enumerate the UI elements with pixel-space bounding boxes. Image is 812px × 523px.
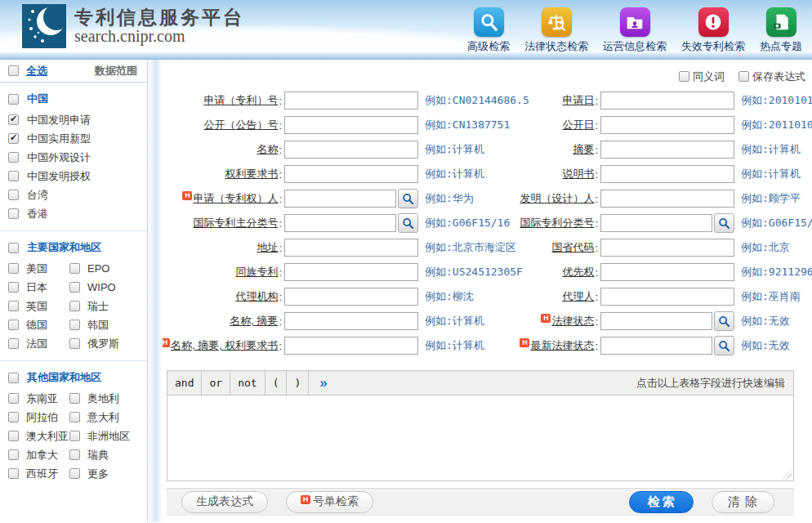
field-input[interactable]: [600, 337, 712, 355]
field-input[interactable]: [284, 214, 396, 232]
option-checkbox[interactable]: [8, 190, 19, 200]
nav-hot-topics[interactable]: 热点专题: [760, 7, 802, 52]
select-all-link[interactable]: 全选: [26, 64, 47, 78]
group-title-row[interactable]: 主要国家和地区: [0, 237, 147, 259]
lookup-search-button[interactable]: [714, 336, 734, 355]
option-checkbox[interactable]: [8, 263, 19, 274]
option-checkbox[interactable]: [8, 449, 19, 460]
data-scope-option[interactable]: 中国发明授权: [0, 167, 147, 186]
field-input[interactable]: [600, 214, 712, 232]
option-checkbox[interactable]: [69, 301, 80, 311]
field-input[interactable]: [600, 239, 734, 257]
field-input[interactable]: [284, 263, 418, 281]
operator-button[interactable]: or: [202, 371, 230, 395]
data-scope-option[interactable]: 瑞士: [69, 297, 147, 315]
option-checkbox[interactable]: [69, 468, 80, 479]
field-label-link[interactable]: 发明（设计）人: [520, 191, 594, 206]
data-scope-option[interactable]: 更多: [69, 464, 147, 483]
field-input[interactable]: [284, 165, 418, 183]
option-checkbox[interactable]: [8, 468, 19, 479]
field-input[interactable]: [284, 92, 418, 110]
field-label-link[interactable]: 代理人: [562, 289, 594, 304]
option-checkbox[interactable]: [8, 133, 19, 144]
option-checkbox[interactable]: [69, 412, 80, 422]
field-label-link[interactable]: 名称, 摘要, 权利要求书: [171, 338, 278, 353]
option-checkbox[interactable]: [69, 431, 80, 441]
field-label-link[interactable]: 说明书: [562, 167, 594, 181]
data-scope-option[interactable]: WIPO: [69, 278, 147, 297]
data-scope-option[interactable]: 意大利: [69, 408, 147, 427]
field-input[interactable]: [284, 116, 418, 134]
field-label-link[interactable]: 同族专利: [235, 265, 278, 279]
option-checkbox[interactable]: [679, 71, 689, 82]
nav-operation-info-search[interactable]: 运营信息检索: [603, 7, 667, 52]
data-scope-option[interactable]: 日本: [8, 278, 69, 297]
group-title-row[interactable]: 中国: [0, 88, 147, 110]
data-scope-option[interactable]: 奥地利: [69, 389, 147, 408]
field-label-link[interactable]: 优先权: [562, 265, 594, 279]
option-checkbox[interactable]: [69, 449, 80, 460]
data-scope-option[interactable]: 德国: [8, 315, 69, 334]
data-scope-option[interactable]: 东南亚: [8, 389, 69, 408]
option-checkbox[interactable]: [8, 412, 19, 422]
clear-button[interactable]: 清 除: [712, 491, 774, 513]
field-label-link[interactable]: 公开日: [562, 118, 594, 132]
form-option[interactable]: 同义词: [679, 69, 725, 83]
data-scope-option[interactable]: 西班牙: [8, 464, 69, 483]
field-label-link[interactable]: 代理机构: [235, 289, 278, 304]
field-input[interactable]: [600, 190, 734, 208]
field-label-link[interactable]: 国际专利分类号: [520, 216, 594, 230]
option-checkbox[interactable]: [8, 431, 19, 441]
field-label-link[interactable]: 法律状态: [551, 314, 594, 329]
data-scope-option[interactable]: 中国实用新型: [0, 129, 147, 148]
field-input[interactable]: [600, 263, 734, 281]
field-label-link[interactable]: 申请（专利）号: [203, 93, 278, 108]
data-scope-option[interactable]: 韩国: [69, 315, 147, 334]
search-button[interactable]: 检索: [629, 491, 694, 513]
field-input[interactable]: [600, 165, 734, 183]
option-checkbox[interactable]: [8, 338, 19, 349]
field-label-link[interactable]: 权利要求书: [225, 167, 278, 181]
data-scope-option[interactable]: 俄罗斯: [69, 334, 147, 353]
data-scope-option[interactable]: 阿拉伯: [8, 408, 69, 427]
option-checkbox[interactable]: [69, 393, 80, 404]
option-checkbox[interactable]: [8, 171, 19, 181]
brand[interactable]: 专利信息服务平台 search.cnipr.com: [22, 4, 244, 48]
data-scope-option[interactable]: 澳大利亚: [8, 427, 69, 445]
option-checkbox[interactable]: [8, 393, 19, 404]
data-scope-option[interactable]: 香港: [0, 204, 147, 223]
field-input[interactable]: [600, 116, 734, 134]
field-label-link[interactable]: 名称, 摘要: [230, 314, 278, 329]
operator-button[interactable]: and: [167, 371, 202, 395]
option-checkbox[interactable]: [69, 320, 80, 330]
option-checkbox[interactable]: [8, 114, 19, 125]
data-scope-option[interactable]: 中国发明申请: [0, 110, 147, 129]
field-label-link[interactable]: 公开（公告）号: [203, 118, 278, 132]
field-input[interactable]: [284, 141, 418, 159]
option-checkbox[interactable]: [69, 263, 80, 274]
group-checkbox[interactable]: [8, 94, 19, 105]
option-checkbox[interactable]: [69, 338, 80, 349]
option-checkbox[interactable]: [8, 301, 19, 311]
field-label-link[interactable]: 地址: [257, 240, 278, 255]
field-input[interactable]: [284, 312, 418, 330]
select-all-checkbox[interactable]: [8, 65, 19, 76]
lookup-search-button[interactable]: [714, 213, 734, 233]
field-label-link[interactable]: 摘要: [573, 142, 594, 157]
field-input[interactable]: [600, 92, 734, 110]
nav-legal-status-search[interactable]: 法律状态检索: [524, 7, 588, 52]
field-label-link[interactable]: 申请（专利权）人: [193, 191, 278, 206]
field-label-link[interactable]: 国省代码: [551, 240, 594, 255]
field-input[interactable]: [600, 141, 734, 159]
expression-textarea[interactable]: [167, 396, 793, 481]
option-checkbox[interactable]: [8, 320, 19, 330]
data-scope-option[interactable]: 瑞典: [69, 445, 147, 464]
option-checkbox[interactable]: [8, 208, 19, 219]
field-input[interactable]: [600, 288, 734, 306]
lookup-search-button[interactable]: [398, 189, 418, 208]
double-chevron-icon[interactable]: »: [319, 376, 325, 390]
group-checkbox[interactable]: [8, 243, 19, 253]
field-input[interactable]: [284, 337, 418, 355]
operator-button[interactable]: (: [265, 371, 288, 395]
nav-invalid-patent-search[interactable]: 失效专利检索: [681, 7, 745, 52]
